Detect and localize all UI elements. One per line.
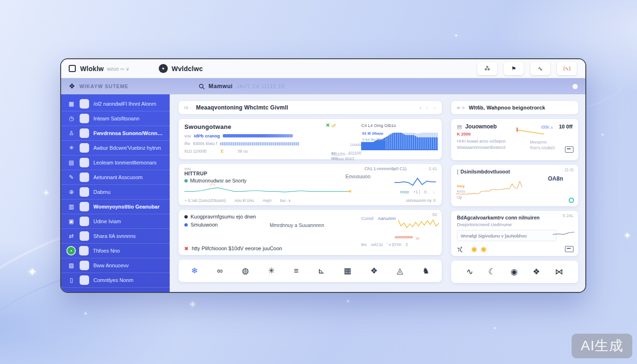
stack-marker: ≡≡ xyxy=(416,237,419,241)
dotted-globe-icon[interactable]: ◍ xyxy=(242,266,249,276)
error-x-icon: ✖ xyxy=(184,246,188,251)
paw-icon[interactable]: ⁂ xyxy=(477,62,497,75)
down-arrow-icon: ↓ xyxy=(433,190,435,194)
usage-overview-card: Swoungotwane vov IdPb cranog Ihv 9300s t… xyxy=(179,119,442,159)
row-label: vov xyxy=(184,134,191,138)
note-input[interactable] xyxy=(457,230,556,241)
title-prefix-icon: ts · xyxy=(184,105,192,110)
hand-icon[interactable]: ❖ xyxy=(533,267,540,277)
tab-badge-icon: ✦ xyxy=(159,64,168,73)
trend-mini-line xyxy=(553,231,574,237)
sidebar-item[interactable]: ✎ Aetunnant Asscuoom xyxy=(61,170,170,185)
scribble-icon[interactable]: (∿) xyxy=(557,62,577,75)
moon-icon[interactable]: ☾ xyxy=(488,267,495,277)
usage-stats: Swoungotwane vov IdPb cranog Ihv 9300s t… xyxy=(184,123,331,155)
sidebar-item[interactable]: ▣ Udine Iviam xyxy=(61,214,170,229)
figure-icon[interactable]: ♞ xyxy=(422,266,429,276)
sidebar-item[interactable]: ▦ /ol2 nanndwlFl Ihnnt Alonrn xyxy=(61,97,170,111)
progress-bar-hatched xyxy=(220,142,300,146)
mini-chart-title: C4 L4 Omg Gtb1o xyxy=(361,123,438,128)
spiral-icon[interactable]: ◉ xyxy=(510,267,518,277)
sidebar-item[interactable]: ♙ Fwvdrnnsa Sunono/Wcnntrnner xyxy=(61,126,170,141)
sidebar-item[interactable]: ▥ Womnyoynstltio Geanubar xyxy=(61,200,170,214)
burst-icon[interactable]: ✳ xyxy=(268,266,274,276)
sidebar-item-label: Udine Iviam xyxy=(93,218,121,224)
flag-icon[interactable]: ⚑ xyxy=(504,62,524,75)
status-marks: ✕ ✐ xyxy=(326,122,337,129)
sidebar-item[interactable]: ⊕ Dabrnu xyxy=(61,185,170,200)
legend-label: Mlutnonnudwsr ae Snorty xyxy=(190,178,246,183)
check-icon: ✕ xyxy=(326,122,330,129)
sparkle-icon: ● xyxy=(455,33,457,37)
ai-generated-watermark: AI生成 xyxy=(572,334,632,358)
app-logo-icon xyxy=(69,65,76,72)
sidebar-app-icon xyxy=(80,143,89,153)
search-label: Mamwui xyxy=(209,83,233,90)
mini-stat: 0 , xyxy=(424,190,428,194)
bulb-indicators xyxy=(472,247,486,252)
stats-icon: ▥ xyxy=(67,203,75,210)
circle-icon[interactable]: ◌ xyxy=(433,105,436,110)
box-icon[interactable] xyxy=(565,146,573,153)
sidebar-item[interactable]: ⇄ Shara IIA svnnnns xyxy=(61,229,170,244)
main-toolbar-icons: ❄ ∞ ◍ ✳ ≡ ⊾ ▦ ❖ ◬ ♞ xyxy=(179,260,442,282)
grid-icon: ▦ xyxy=(67,100,75,107)
infinity-icon[interactable]: ∞ xyxy=(217,266,223,276)
target-icon: ● xyxy=(67,247,75,255)
sidebar-item[interactable]: ▤ Leoleam tonmentltemonars xyxy=(61,155,170,170)
footer-label: uvlJ |u xyxy=(371,242,382,247)
signature-glyph: ⁊ζ xyxy=(457,246,462,253)
status-dot xyxy=(573,84,578,89)
heading-text: Dsinilsmbdovtluooot xyxy=(461,169,510,174)
chart-icon: ▨ xyxy=(67,262,75,269)
sidebar-app-icon xyxy=(80,158,89,167)
x-axis-labels: ~ IL'ust (1unu103uuon) Aou kl Unu Avyn I… xyxy=(184,198,436,203)
right-toolbar-icons: ∿ ☾ ◉ ❖ ⋈ xyxy=(451,261,578,283)
net-icon[interactable]: ⋈ xyxy=(555,267,563,277)
card-subheading: Dvejortorscnevd Uedrnume xyxy=(457,222,512,227)
axis-chart-icon[interactable]: ⊾ xyxy=(318,266,324,276)
card-heading: HITTRUP xyxy=(184,171,207,176)
grid-icon[interactable]: ▦ xyxy=(344,266,351,276)
pink-bar xyxy=(395,236,413,238)
brain-icon[interactable]: ❖ xyxy=(371,266,378,276)
sparkle-icon: ● xyxy=(84,311,87,316)
sidebar-item[interactable]: ✳ Awbur Bdcwre'Vuebnz hytrvn xyxy=(61,141,170,155)
triangle-icon[interactable]: ◬ xyxy=(397,266,403,276)
snowflake-icon[interactable]: ❄ xyxy=(191,266,198,276)
chart-label: Eovusuuoo xyxy=(346,173,371,179)
secondary-tab[interactable]: ✦ Wvldclwc xyxy=(159,64,203,73)
search-input[interactable]: Mamwui JAI/T C4 11110 10 xyxy=(199,82,289,91)
brand-logo-icon: ❖ xyxy=(69,82,75,91)
sidebar-item[interactable]: ▯ Comntlyes Nonm xyxy=(61,273,170,288)
sidebar-item-label: Fwvdrnnsa Sunono/Wcnntrnner xyxy=(93,130,164,136)
sidebar-item[interactable]: ◷ Inteam Satsfitsoann xyxy=(61,111,170,126)
wave-icon[interactable]: ∿ xyxy=(530,62,550,75)
alert-row: Smuluwoon xyxy=(184,222,218,228)
sidebar-item[interactable]: ▨ Bww Annuoevv xyxy=(61,258,170,273)
archive-icon: ▯ xyxy=(67,277,75,283)
circle-icon[interactable]: ◌ xyxy=(426,105,429,110)
axis-label: Iuu ·∨ xyxy=(280,198,291,203)
summary-heading-row: ▤ Jouownoeb t33c ▵ 10 0ff xyxy=(457,123,573,130)
sidebar-app-icon xyxy=(80,231,89,241)
title-actions: ‹ ◌ ◌ xyxy=(419,105,436,110)
dark-dot-icon xyxy=(184,215,188,218)
y-axis-label: lnuy xyxy=(457,184,464,188)
squiggle-icon[interactable]: ∿ xyxy=(466,267,473,277)
sidebar-item[interactable]: ● Thfoes Nno xyxy=(61,244,170,258)
bulb-icon[interactable] xyxy=(472,247,476,252)
sparkle-icon: ● xyxy=(494,326,496,329)
bulb-icon[interactable] xyxy=(482,247,486,252)
sparkle-icon: ✦ xyxy=(43,188,50,198)
sidebar-app-icon xyxy=(80,202,89,211)
equals-icon[interactable]: ≡ xyxy=(294,266,299,276)
switch-box-icon[interactable] xyxy=(565,246,573,252)
error-message: ✖ htty Plifchiooon $10dV eeoroe juuCoon xyxy=(184,246,282,251)
back-icon[interactable]: ‹ xyxy=(419,105,421,110)
sparkle-icon: ✦ xyxy=(346,299,350,304)
sidebar-item-label: Comntlyes Nonm xyxy=(93,277,133,283)
teal-ring-icon[interactable] xyxy=(569,198,574,203)
card-heading: Jouownoeb xyxy=(465,123,497,130)
sidebar-item-label: Dabrnu xyxy=(93,189,110,195)
